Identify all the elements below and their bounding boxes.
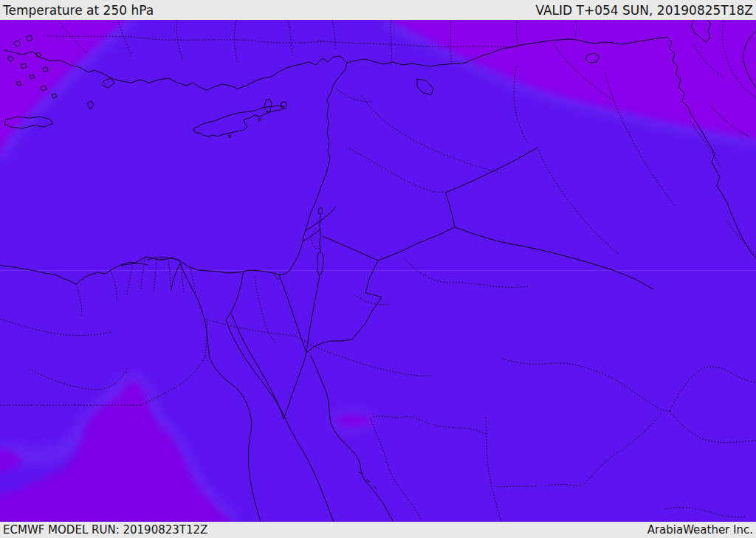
model-run-label: ECMWF MODEL RUN: 20190823T12Z [3,523,207,537]
weather-map [0,20,756,522]
map-title: Temperature at 250 hPa [3,3,154,18]
credit-label: ArabiaWeather Inc. [647,523,753,537]
top-title-bar: Temperature at 250 hPa VALID T+054 SUN, … [0,0,756,20]
bottom-status-bar: ECMWF MODEL RUN: 20190823T12Z ArabiaWeat… [0,522,756,538]
valid-time-label: VALID T+054 SUN, 20190825T18Z [535,3,753,18]
